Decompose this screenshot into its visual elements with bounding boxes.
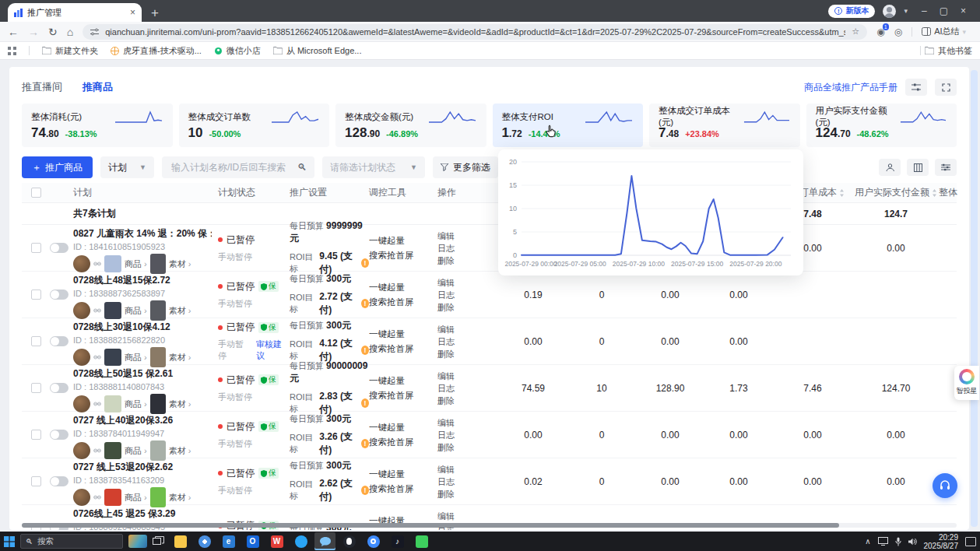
volume-icon[interactable] [908,538,917,546]
bookmark-item[interactable]: 从 Microsoft Edge... [273,45,362,57]
search-screen-link[interactable]: 搜索抢首屏 [369,342,437,356]
scrollbar-thumb[interactable] [22,523,839,528]
more-filters-button[interactable]: 更多筛选 [433,156,498,178]
table-settings-button[interactable] [935,159,957,176]
info-icon[interactable]: ! [361,486,369,495]
customer-service-button[interactable] [933,473,957,498]
notification-center-icon[interactable] [965,537,976,546]
col-settings[interactable]: 推广设置 [290,186,369,199]
col-user-paid[interactable]: 用户实际支付金额 [853,186,939,199]
row-toggle[interactable] [50,383,68,393]
app-blue-circle[interactable] [290,532,311,550]
edit-link[interactable]: 编辑 [437,416,498,429]
task-view-button[interactable] [153,536,164,546]
info-icon[interactable]: ! [361,439,369,448]
window-maximize-button[interactable]: ▢ [940,5,948,16]
edit-link[interactable]: 编辑 [437,510,498,522]
stat-card[interactable]: 整体成交订单成本(元) 7.48 +23.84% [649,104,800,147]
browser-menu-icon[interactable]: ▾ [904,7,908,15]
log-link[interactable]: 日志 [437,289,498,301]
col-status[interactable]: 计划状态 [218,186,290,199]
window-minimize-button[interactable]: – [922,5,927,16]
plan-title[interactable]: 0726线上45 退25 保3.29 [73,507,212,521]
sort-icon[interactable] [839,189,845,197]
row-checkbox[interactable] [31,336,41,346]
sort-icon[interactable] [932,189,937,197]
edit-link[interactable]: 编辑 [437,323,498,335]
row-toggle[interactable] [50,476,68,486]
search-icon[interactable]: 🔍︎ [297,162,307,173]
delete-link[interactable]: 删除 [437,488,498,500]
side-panel-strip[interactable] [971,70,978,527]
taskbar-search[interactable]: 🔍︎ 搜索 [20,534,123,549]
plan-title[interactable]: 0827 儿童雨衣 14% 退：20% 保：9.92 [73,227,212,240]
bookmark-item[interactable]: 微信小店 [214,45,261,57]
stat-card[interactable]: 整体成交订单数 10 -50.00% [179,104,330,147]
window-close-button[interactable]: × [961,5,966,16]
app-office-blue[interactable]: O [242,532,263,550]
one-key-boost-link[interactable]: 一键起量 [369,467,437,482]
search-screen-link[interactable]: 搜索抢首屏 [369,528,437,531]
row-checkbox[interactable] [31,290,41,300]
info-icon[interactable]: ! [361,299,369,308]
delete-link[interactable]: 删除 [437,301,498,314]
reload-button[interactable]: ↻ [48,26,58,37]
one-key-boost-link[interactable]: 一键起量 [369,327,437,342]
log-link[interactable]: 日志 [437,242,498,254]
col-overall[interactable]: 整体 [939,186,969,199]
extensions-puzzle-icon[interactable]: ◎ [894,26,902,37]
col-plan[interactable]: 计划 [73,186,218,199]
log-link[interactable]: 日志 [437,382,498,395]
back-button[interactable]: ← [8,26,19,37]
stat-card[interactable]: 用户实际支付金额(元) 124.70 -48.62% [806,104,957,147]
row-checkbox[interactable] [31,243,41,253]
app-chat-active[interactable] [314,532,335,550]
delete-link[interactable]: 删除 [437,254,498,267]
display-icon[interactable] [878,537,888,546]
one-key-boost-link[interactable]: 一键起量 [369,420,437,435]
info-icon[interactable]: ! [361,398,369,408]
stat-card[interactable]: 整体消耗(元) 74.80 -38.13% [22,104,173,147]
bookmark-item[interactable]: 虎牙直播-技术驱动... [111,45,202,57]
tab-products[interactable]: 推商品 [83,80,113,94]
plan-title[interactable]: 0728线上30退10保4.12 [73,321,212,334]
edit-link[interactable]: 编辑 [437,276,498,289]
one-key-boost-link[interactable]: 一键起量 [369,280,437,295]
app-blue-square[interactable]: e [218,532,239,550]
delete-link[interactable]: 删除 [437,441,498,454]
plan-search-input[interactable] [170,161,297,174]
app-douyin[interactable]: ♪ [387,532,408,550]
row-checkbox[interactable] [31,383,41,393]
plan-search[interactable]: 🔍︎ [162,156,314,178]
stat-card[interactable]: 整体成交金额(元) 128.90 -46.89% [335,104,486,147]
search-screen-link[interactable]: 搜索抢首屏 [369,295,437,310]
app-qq[interactable] [339,532,360,550]
app-netdisk[interactable] [363,532,384,550]
zhitouxing-widget[interactable]: 智投星 [954,366,979,400]
log-link[interactable]: 日志 [437,429,498,441]
plan-status-select[interactable]: 请筛选计划状态 ▼ [322,156,425,178]
delete-link[interactable]: 删除 [437,348,498,360]
app-browser-blue[interactable] [194,532,215,550]
plan-title[interactable]: 0728线上48退15保2.72 [73,274,212,287]
browser-avatar[interactable] [883,5,896,18]
address-bar[interactable]: qianchuan.jinritemai.com/uni-prom?aavid=… [83,24,867,40]
search-screen-link[interactable]: 搜索抢首屏 [369,435,437,450]
delete-link[interactable]: 删除 [437,395,498,407]
app-green[interactable] [411,532,432,550]
one-key-boost-link[interactable]: 一键起量 [369,374,437,388]
app-wps[interactable]: W [266,532,287,550]
plan-title[interactable]: 0727 线上40退20保3.26 [73,414,212,427]
site-settings-icon[interactable] [90,28,99,36]
review-suggestion-link[interactable]: 审核建议 [256,339,290,362]
row-checkbox[interactable] [31,430,41,440]
bookmark-item[interactable]: 新建文件夹 [42,45,98,57]
log-link[interactable]: 日志 [437,476,498,488]
search-screen-link[interactable]: 搜索抢首屏 [369,388,437,403]
extension-icon[interactable]: ◉1 [876,26,884,37]
edit-link[interactable]: 编辑 [437,230,498,242]
tab-close-icon[interactable]: × [130,7,135,18]
pinned-photo-icon[interactable] [128,535,147,548]
row-toggle[interactable] [50,243,68,253]
microphone-icon[interactable] [895,537,901,546]
